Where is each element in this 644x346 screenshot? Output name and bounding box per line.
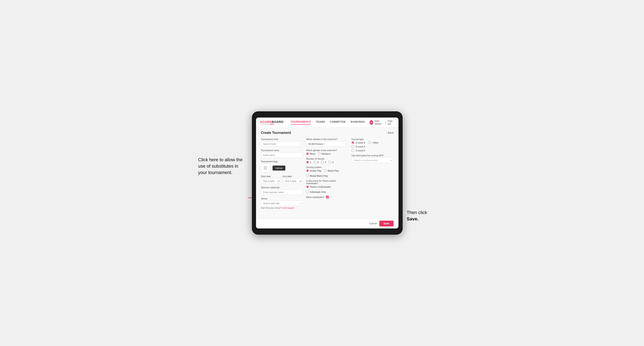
event-individuals-radio[interactable]	[306, 190, 309, 193]
round-2[interactable]: 2	[314, 161, 318, 164]
venue-input[interactable]	[261, 201, 303, 206]
event-teams[interactable]: Teams (+Individuals)	[306, 185, 331, 188]
save-button[interactable]: Save	[379, 221, 393, 226]
event-individuals[interactable]: Individuals Only	[306, 190, 326, 193]
tournament-logo-label: Tournament logo	[261, 160, 303, 163]
round-3-radio[interactable]	[321, 161, 324, 164]
annotation-left: Click here to allow the use of substitut…	[198, 157, 246, 176]
avatar: B	[370, 120, 373, 125]
nav-user: B blair admin | Sign out	[370, 120, 394, 125]
format-6count4-radio[interactable]	[352, 145, 354, 148]
scoring-match[interactable]: Match Play	[324, 169, 339, 172]
cancel-button[interactable]: Cancel	[369, 222, 377, 225]
back-button[interactable]: Back	[386, 131, 393, 134]
content-area: Create Tournament Back Tournament Host	[256, 128, 398, 218]
gender-womens[interactable]: Womens	[318, 152, 330, 155]
email-support-link[interactable]: email support	[282, 207, 294, 209]
sponsor-input[interactable]	[261, 189, 303, 195]
logo-placeholder: 🖼	[261, 164, 270, 173]
scoring-api-label: Use third-party live scoring API?	[352, 154, 393, 157]
rounds-label: Number of rounds	[306, 158, 348, 160]
rounds-options: 1 2 3	[306, 161, 348, 164]
format-5count4-radio[interactable]	[352, 141, 354, 144]
round-1-radio[interactable]	[306, 161, 309, 164]
round-3[interactable]: 3	[321, 161, 326, 164]
page-title: Create Tournament	[261, 131, 291, 135]
start-date-input[interactable]	[261, 178, 281, 184]
scoring-api-field: Use third-party live scoring API? Select…	[352, 154, 393, 163]
end-date-field: End date	[283, 175, 303, 184]
tournament-host-field: Tournament Host	[261, 138, 303, 147]
username: blair admin	[375, 120, 384, 125]
scoring-api-select[interactable]: Select a scoring service Select & scorin…	[352, 158, 393, 163]
event-teams-radio[interactable]	[306, 185, 309, 188]
end-date-label: End date	[283, 175, 303, 177]
tablet-screen: SCOREBOARD Powered by clippd TOURNAMENTS…	[256, 118, 398, 228]
tablet-device: SCOREBOARD Powered by clippd TOURNAMENTS…	[252, 111, 403, 235]
round-1[interactable]: 1	[306, 161, 311, 164]
nav-link-tournaments[interactable]: TOURNAMENTS	[290, 120, 311, 125]
nav-link-rankings[interactable]: RANKINGS	[350, 120, 365, 125]
sign-out-link[interactable]: Sign out	[388, 120, 394, 125]
nav-link-teams[interactable]: TEAMS	[316, 120, 325, 125]
scoring-medal-label: Medal Match Play	[310, 175, 328, 177]
gender-label: Which gender is the event for?	[306, 149, 348, 152]
form-footer: Cancel Save	[256, 218, 398, 228]
page-wrapper: Click here to allow the use of substitut…	[198, 111, 446, 235]
sponsor-label: Sponsor (optional)	[261, 186, 303, 189]
venue-label: Venue	[261, 197, 303, 200]
nav-links: TOURNAMENTS TEAMS COMMITTEE RANKINGS	[290, 120, 365, 125]
format-6count4-label: 6 count 4	[356, 145, 365, 148]
tournament-logo-field: Tournament logo 🖼 Upload	[261, 160, 303, 173]
format-5count4[interactable]: 5 count 4	[352, 141, 365, 144]
substitutes-checkbox[interactable]	[326, 196, 329, 198]
logo-upload-area: 🖼 Upload	[261, 164, 303, 173]
scoring-match-radio[interactable]	[324, 169, 327, 172]
division-field: Which division is the event for? NCAA Di…	[306, 138, 348, 147]
date-fields: Start date End date	[261, 175, 303, 184]
format-6count5-radio[interactable]	[352, 149, 354, 152]
tournament-name-input[interactable]	[261, 152, 303, 158]
form-col-right: Format type 5 count 4 Other	[352, 138, 393, 209]
tournament-host-input[interactable]	[261, 141, 303, 147]
event-type-label: Is this event for Teams and/or Individua…	[306, 179, 348, 184]
page-header: Create Tournament Back	[261, 131, 394, 135]
division-select[interactable]: NCAA Division I	[306, 141, 348, 147]
substitutes-label: Allow substitutes?	[306, 196, 324, 198]
format-type-field: Format type 5 count 4 Other	[352, 138, 393, 152]
round-4-radio[interactable]	[328, 161, 331, 164]
round-2-radio[interactable]	[314, 161, 316, 164]
format-6count5[interactable]: 6 count 5	[352, 149, 393, 152]
end-date-input[interactable]	[283, 178, 303, 184]
logo-powered: Powered by clippd	[260, 123, 284, 125]
scoring-match-label: Match Play	[328, 170, 339, 172]
nav-bar: SCOREBOARD Powered by clippd TOURNAMENTS…	[256, 118, 398, 128]
scoring-label: Scoring system	[306, 166, 348, 169]
format-row-1: 5 count 4 Other	[352, 141, 393, 144]
round-4[interactable]: 4	[328, 161, 334, 164]
date-row: Start date End date	[261, 175, 303, 184]
form-grid: Tournament Host Tournament name Tourname…	[261, 138, 394, 209]
division-label: Which division is the event for?	[306, 138, 348, 140]
scoring-api-select-wrap: Select a scoring service Select & scorin…	[352, 158, 393, 163]
nav-link-committee[interactable]: COMMITTEE	[330, 120, 346, 125]
format-6count4[interactable]: 6 count 4	[352, 145, 393, 148]
nav-logo: SCOREBOARD Powered by clippd	[260, 120, 284, 125]
scoring-medal-radio[interactable]	[306, 174, 309, 177]
tournament-host-select-wrap	[261, 141, 303, 147]
round-2-label: 2	[317, 161, 318, 164]
gender-womens-radio[interactable]	[318, 152, 321, 155]
format-other-radio[interactable]	[368, 141, 371, 144]
upload-button[interactable]: Upload	[272, 166, 286, 171]
round-4-label: 4	[332, 161, 334, 164]
scoring-stroke-radio[interactable]	[306, 169, 309, 172]
gender-mens[interactable]: Mens	[306, 152, 316, 155]
scoring-medal[interactable]: Medal Match Play	[306, 174, 328, 177]
format-other[interactable]: Other	[368, 141, 378, 144]
rounds-field: Number of rounds 1 2	[306, 158, 348, 164]
gender-mens-radio[interactable]	[306, 152, 309, 155]
gender-womens-label: Womens	[322, 153, 330, 155]
nav-separator: |	[385, 121, 386, 124]
scoring-stroke[interactable]: Stroke Play	[306, 169, 322, 172]
tournament-name-field: Tournament name	[261, 149, 303, 158]
